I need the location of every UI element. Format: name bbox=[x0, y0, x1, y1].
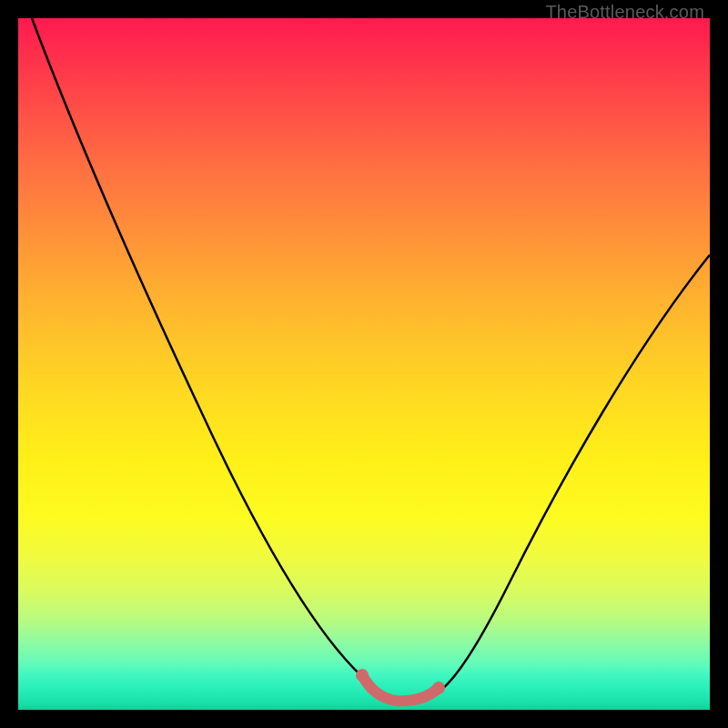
bottleneck-curve-line bbox=[32, 18, 710, 701]
chart-frame: TheBottleneck.com bbox=[0, 0, 728, 728]
optimal-start-dot bbox=[356, 669, 369, 682]
watermark-text: TheBottleneck.com bbox=[545, 2, 704, 23]
optimal-end-dot bbox=[432, 682, 445, 694]
chart-svg bbox=[18, 18, 710, 710]
optimal-range-highlight bbox=[362, 675, 439, 701]
